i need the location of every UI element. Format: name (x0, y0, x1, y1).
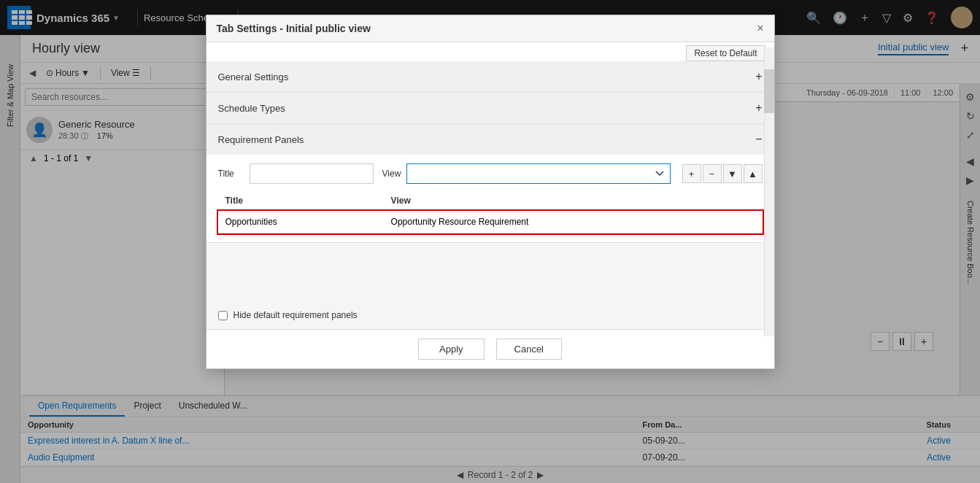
accordion-requirement-panels: Requirement Panels − Title View Opportun… (207, 124, 774, 243)
view-label: View (382, 169, 401, 179)
modal-body: Reset to Default General Settings + Sche… (207, 42, 774, 329)
req-panels-content: Title View Opportunity Resource Requirem… (207, 155, 774, 242)
remove-req-button[interactable]: − (703, 164, 722, 183)
req-panels-label: Requirement Panels (218, 134, 304, 145)
add-req-button[interactable]: + (682, 164, 701, 183)
apply-button[interactable]: Apply (418, 339, 485, 360)
req-panels-icon: − (755, 133, 762, 146)
req-row-title: Opportunities (218, 211, 384, 233)
modal-scrollbar-track (764, 47, 774, 336)
req-title-input[interactable] (250, 163, 374, 184)
up-req-button[interactable]: ▲ (744, 164, 763, 183)
modal-spacer (207, 243, 774, 301)
modal: Tab Settings - Initial public view × Res… (206, 15, 775, 369)
reset-row: Reset to Default (207, 42, 774, 61)
down-req-button[interactable]: ▼ (723, 164, 742, 183)
schedule-types-label: Schedule Types (218, 103, 285, 114)
req-col-view: View (384, 191, 763, 211)
modal-overlay: Tab Settings - Initial public view × Res… (0, 0, 980, 483)
modal-footer: Apply Cancel (207, 329, 774, 368)
cancel-button[interactable]: Cancel (496, 339, 562, 360)
general-settings-icon: + (755, 70, 762, 83)
hide-default-row: Hide default requirement panels (207, 301, 774, 329)
hide-default-checkbox[interactable] (218, 311, 228, 320)
accordion-schedule-types: Schedule Types + (207, 93, 774, 124)
req-table: Title View Opportunities Opportunity Res… (218, 191, 763, 233)
schedule-types-icon: + (755, 101, 762, 115)
accordion-schedule-header[interactable]: Schedule Types + (207, 93, 774, 123)
modal-close-button[interactable]: × (757, 23, 763, 34)
modal-title-bar: Tab Settings - Initial public view × (207, 15, 774, 42)
accordion-general-header[interactable]: General Settings + (207, 61, 774, 92)
modal-scrollbar-thumb[interactable] (764, 69, 774, 113)
accordion-general-settings: General Settings + (207, 61, 774, 93)
req-col-title: Title (218, 191, 384, 211)
reset-default-button[interactable]: Reset to Default (686, 45, 765, 61)
req-row-view: Opportunity Resource Requirement (384, 211, 763, 233)
general-settings-label: General Settings (218, 72, 289, 82)
req-table-row[interactable]: Opportunities Opportunity Resource Requi… (218, 211, 763, 233)
req-view-select[interactable]: Opportunity Resource Requirement (406, 163, 670, 184)
req-action-btns: + − ▼ ▲ (682, 164, 763, 183)
hide-default-label: Hide default requirement panels (234, 310, 358, 320)
title-label: Title (218, 169, 244, 179)
accordion-req-header[interactable]: Requirement Panels − (207, 124, 774, 155)
modal-title: Tab Settings - Initial public view (217, 23, 371, 34)
req-input-row: Title View Opportunity Resource Requirem… (218, 163, 763, 184)
